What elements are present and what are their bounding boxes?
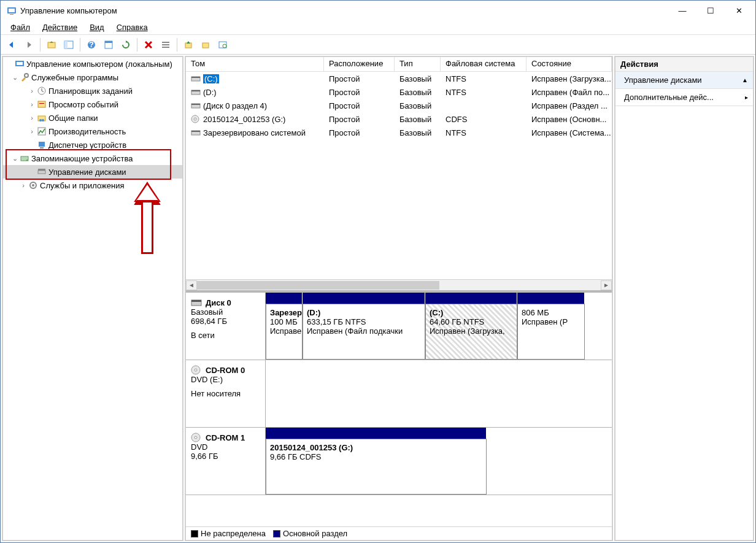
svg-point-24 [39,119,42,121]
partition[interactable]: 806 МБИсправен (Р [517,304,585,360]
clock-icon [36,86,47,96]
delete-button[interactable] [141,37,156,52]
storage-icon [19,153,30,163]
svg-point-25 [42,119,44,121]
svg-rect-23 [38,116,45,121]
properties-button[interactable] [101,37,116,52]
app-icon [7,6,17,15]
svg-rect-46 [191,131,200,132]
action2-button[interactable] [198,37,213,52]
partition[interactable]: (C:)64,60 ГБ NTFSИсправен (Загрузка, [425,304,517,360]
actions-pane: Действия Управление дисками▲ Дополнитель… [614,56,754,541]
event-icon [36,99,47,109]
svg-rect-48 [191,300,201,302]
computer-icon [14,59,25,69]
svg-rect-2 [10,14,14,15]
svg-rect-9 [105,41,112,43]
minimize-button[interactable]: — [668,1,696,20]
tools-icon [19,72,30,82]
menu-file[interactable]: Файл [4,21,36,33]
volume-row[interactable]: 20150124_001253 (G:)ПростойБазовыйCDFSИс… [186,112,612,126]
partition[interactable]: (D:)633,15 ГБ NTFSИсправен (Файл подкачк… [303,304,425,360]
col-fs[interactable]: Файловая система [441,57,526,71]
window-title: Управление компьютером [20,6,668,15]
svg-rect-1 [9,9,15,12]
device-icon [36,140,47,150]
svg-point-44 [194,118,196,120]
performance-icon [36,126,47,136]
up-button[interactable] [44,37,59,52]
volume-row[interactable]: (C:)ПростойБазовыйNTFSИсправен (Загрузка… [186,72,612,85]
tree-event-viewer[interactable]: › Просмотр событий [3,98,182,111]
collapse-icon: ▲ [742,77,748,83]
volume-headers: Том Расположение Тип Файловая система Со… [186,57,612,72]
svg-text:?: ? [89,40,94,49]
col-volume[interactable]: Том [186,57,324,71]
action3-button[interactable] [215,37,230,52]
svg-rect-3 [48,42,55,48]
partition[interactable]: 20150124_001253 (G:)9,66 ГБ CDFS [266,439,487,495]
disk-row: CD-ROM 1DVD9,66 ГБ20150124_001253 (G:)9,… [186,428,612,495]
drive-icon [191,101,201,110]
svg-rect-11 [162,44,169,45]
show-hide-tree-button[interactable] [61,37,76,52]
svg-point-34 [32,184,34,187]
tree-services[interactable]: › Службы и приложения [3,179,182,192]
volume-list: Том Расположение Тип Файловая система Со… [186,57,612,290]
disk-row: Диск 0Базовый698,64 ГБВ сетиЗарезервиров… [186,293,612,360]
tree-label: Управление компьютером (локальным) [26,60,172,69]
col-status[interactable]: Состояние [526,57,612,71]
volume-row[interactable]: (Диск 0 раздел 4)ПростойБазовыйИсправен … [186,99,612,112]
action1-button[interactable] [181,37,196,52]
menu-action[interactable]: Действие [36,21,83,33]
svg-point-50 [195,369,197,371]
actions-item-more[interactable]: Дополнительные дейс...▸ [615,89,753,106]
tree-storage[interactable]: ⌄ Запоминающие устройства [3,152,182,165]
col-layout[interactable]: Расположение [324,57,395,71]
svg-rect-18 [17,62,23,65]
svg-rect-42 [191,104,200,105]
actions-item-disk-mgmt[interactable]: Управление дисками▲ [615,72,753,89]
forward-button[interactable] [21,37,36,52]
drive-icon [191,115,201,123]
volume-row[interactable]: (D:)ПростойБазовыйNTFSИсправен (Файл по.… [186,85,612,99]
maximize-button[interactable]: ☐ [696,1,725,20]
toolbar: ? [1,35,755,55]
tree-task-scheduler[interactable]: › Планировщик заданий [3,84,182,98]
nav-tree: Управление компьютером (локальным) ⌄ Слу… [2,56,183,541]
svg-rect-32 [38,169,45,171]
volume-hscroll[interactable]: ◄► [186,279,612,290]
disk-icon [191,433,202,442]
tree-device-manager[interactable]: Диспетчер устройств [3,138,182,152]
list-button[interactable] [158,37,173,52]
col-type[interactable]: Тип [395,57,441,71]
tree-root[interactable]: Управление компьютером (локальным) [3,57,182,71]
expand-icon: ▸ [745,94,748,101]
svg-rect-38 [191,77,200,78]
menu-view[interactable]: Вид [83,21,110,33]
svg-rect-10 [162,42,169,43]
disk-panel: Диск 0Базовый698,64 ГБВ сетиЗарезервиров… [186,290,612,540]
tree-performance[interactable]: › Производительность [3,125,182,138]
svg-rect-28 [40,147,44,148]
svg-rect-21 [38,101,45,107]
svg-rect-13 [185,43,191,48]
refresh-button[interactable] [118,37,133,52]
back-button[interactable] [4,37,19,52]
help-button[interactable]: ? [84,37,99,52]
svg-rect-5 [64,41,68,48]
svg-rect-14 [202,43,209,48]
svg-point-19 [25,74,28,77]
tree-shared-folders[interactable]: › Общие папки [3,111,182,125]
volume-row[interactable]: Зарезервировано системойПростойБазовыйNT… [186,126,612,139]
tree-disk-management[interactable]: Управление дисками [3,165,182,179]
disk-icon [191,298,202,307]
tree-utilities[interactable]: ⌄ Служебные программы [3,71,182,84]
main-pane: Том Расположение Тип Файловая система Со… [185,56,613,541]
legend: Не распределена Основной раздел [186,526,612,540]
menu-help[interactable]: Справка [110,21,154,33]
drive-icon [191,128,201,137]
partition[interactable]: Зарезервировано100 МБИсправен [266,304,303,360]
close-button[interactable]: ✕ [725,1,753,20]
svg-point-52 [195,436,197,439]
